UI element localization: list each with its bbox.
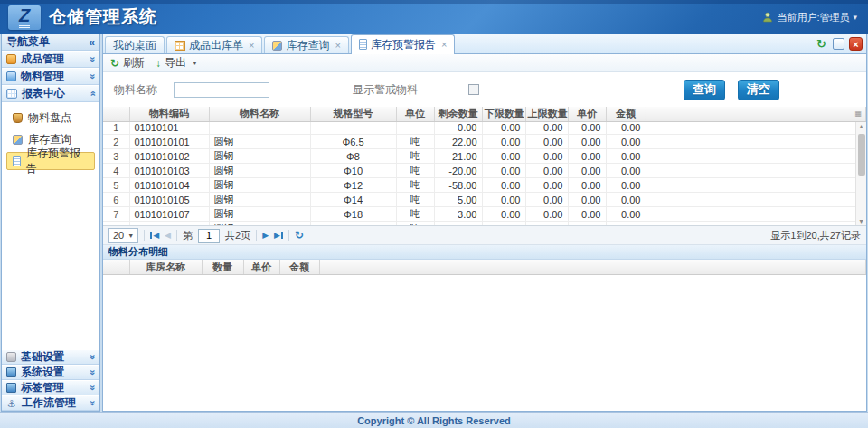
col-amount[interactable]: 金额 xyxy=(606,107,646,121)
table-row[interactable]: 30101010102圆钢Φ8吨21.000.000.000.000.00 xyxy=(103,149,866,164)
home-icon xyxy=(6,54,16,64)
action-buttons: 查询 清空 xyxy=(684,80,779,100)
clear-button[interactable]: 清空 xyxy=(738,80,779,100)
table-row[interactable]: 50101010104圆钢Φ12吨-58.000.000.000.000.00 xyxy=(103,178,866,193)
pager-first-button[interactable]: ◀ xyxy=(150,232,159,240)
tab-my-desktop[interactable]: 我的桌面 xyxy=(105,36,165,53)
col-spec[interactable]: 规格型号 xyxy=(310,107,396,121)
sidebar-group-basic-settings[interactable]: 基础设置 » xyxy=(2,349,99,365)
app-title: 仓储管理系统 xyxy=(49,5,157,29)
inventory-grid: 物料编码 物料名称 规格型号 单位 剩余数量 下限数量 上限数量 单价 金额 ▦ xyxy=(103,107,866,226)
grid-body: 1010101010.000.000.000.000.00 2010101010… xyxy=(103,122,866,227)
caret-down-icon: ▼ xyxy=(127,233,134,239)
caret-down-icon: ▼ xyxy=(192,60,198,66)
pager-info: 显示1到20,共27记录 xyxy=(770,229,861,243)
tab-bar: 我的桌面 成品出库单 × 库存查询 × 库存预警报告 × xyxy=(102,34,867,54)
pager-refresh-icon[interactable]: ↻ xyxy=(295,230,304,241)
table-row[interactable]: 70101010107圆钢Φ18吨3.000.000.000.000.00 xyxy=(103,207,866,222)
sidebar-group-system-settings[interactable]: 系统设置 » xyxy=(2,365,99,380)
scroll-up-icon[interactable]: ▴ xyxy=(859,122,863,130)
picture-icon xyxy=(6,71,16,81)
sidebar-item-material-count[interactable]: 物料盘点 xyxy=(6,109,95,127)
book-icon xyxy=(6,352,16,362)
col-unit[interactable]: 单位 xyxy=(396,107,434,121)
item-label: 库存查询 xyxy=(28,132,71,147)
current-user-menu[interactable]: 当前用户:管理员 ▾ xyxy=(762,11,857,24)
export-button[interactable]: ↓ 导出 ▼ xyxy=(156,55,198,71)
col-filler: ▦ xyxy=(646,107,866,121)
show-warning-checkbox[interactable] xyxy=(468,84,479,95)
pager-next-button[interactable]: ▶ xyxy=(262,232,269,240)
search-form: 物料名称 显示警戒物料 查询 清空 xyxy=(103,72,866,107)
col-material-name[interactable]: 物料名称 xyxy=(209,107,310,121)
main-area: 我的桌面 成品出库单 × 库存查询 × 库存预警报告 × xyxy=(102,34,867,412)
app-logo: Z xyxy=(8,5,41,30)
close-window-icon[interactable]: × xyxy=(849,37,863,51)
close-tab-icon[interactable]: × xyxy=(441,40,447,50)
app-footer: Copyright © All Rights Reserved xyxy=(0,412,868,428)
tab-label: 库存查询 xyxy=(286,38,329,53)
page-number-input[interactable] xyxy=(198,229,220,243)
detail-col-warehouse[interactable]: 库房名称 xyxy=(129,260,202,275)
table-row[interactable]: 40101010103圆钢Φ10吨-20.000.000.000.000.00 xyxy=(103,164,866,178)
detail-col-amount[interactable]: 金额 xyxy=(279,260,319,275)
detail-col-filler xyxy=(319,260,866,275)
chevron-double-down-icon: » xyxy=(87,385,97,390)
collapse-sidebar-icon[interactable]: « xyxy=(89,36,95,49)
chevron-double-down-icon: » xyxy=(87,369,97,375)
report-panel: ↻ 刷新 ↓ 导出 ▼ 物料名称 显示警戒物料 查询 xyxy=(102,54,867,412)
inventory-table: 物料编码 物料名称 规格型号 单位 剩余数量 下限数量 上限数量 单价 金额 ▦ xyxy=(103,107,866,122)
tab-inventory-warning-report[interactable]: 库存预警报告 × xyxy=(351,34,455,54)
refresh-button[interactable]: ↻ 刷新 xyxy=(110,55,145,71)
chevron-double-up-icon: » xyxy=(87,90,97,96)
logo-text: Z xyxy=(19,6,30,28)
maximize-icon[interactable] xyxy=(833,38,844,50)
close-tab-icon[interactable]: × xyxy=(249,41,254,51)
basket-icon xyxy=(13,113,23,123)
tab-label: 库存预警报告 xyxy=(371,37,436,52)
scroll-down-icon[interactable]: ▾ xyxy=(859,217,863,225)
page-size-value: 20 xyxy=(113,230,124,241)
scrollbar-thumb[interactable] xyxy=(858,134,865,176)
inventory-query-icon xyxy=(13,135,23,145)
detail-section-title: 物料分布明细 xyxy=(103,245,866,260)
table-row[interactable]: 80101010108圆钢Φ19吨1.000.000.000.000.00 xyxy=(103,222,866,227)
col-lower-limit[interactable]: 下限数量 xyxy=(482,107,525,121)
group-label: 报表中心 xyxy=(22,86,65,101)
chevron-double-down-icon: » xyxy=(87,73,97,79)
pager-prev-button[interactable]: ◀ xyxy=(165,232,171,240)
page-size-select[interactable]: 20 ▼ xyxy=(108,228,138,243)
sidebar-group-reports[interactable]: 报表中心 » xyxy=(2,85,99,102)
tab-label: 我的桌面 xyxy=(113,38,156,53)
table-row[interactable]: 1010101010.000.000.000.000.00 xyxy=(103,122,866,135)
reports-submenu: 物料盘点 库存查询 库存预警报告 xyxy=(2,102,99,174)
group-label: 标签管理 xyxy=(21,380,64,395)
col-unit-price[interactable]: 单价 xyxy=(568,107,606,121)
tab-inventory-query[interactable]: 库存查询 × xyxy=(264,36,348,53)
outbound-order-icon xyxy=(175,41,185,51)
tab-outbound-order[interactable]: 成品出库单 × xyxy=(166,36,262,53)
sidebar-group-workflow[interactable]: ⚓ 工作流管理 » xyxy=(2,395,99,411)
vertical-scrollbar[interactable]: ▴ ▾ xyxy=(855,122,866,225)
monitor-icon xyxy=(6,383,16,393)
close-tab-icon[interactable]: × xyxy=(335,41,340,51)
sidebar-group-finished-goods[interactable]: 成品管理 » xyxy=(2,51,99,68)
detail-col-price[interactable]: 单价 xyxy=(243,260,279,275)
col-upper-limit[interactable]: 上限数量 xyxy=(525,107,568,121)
sidebar-group-label-management[interactable]: 标签管理 » xyxy=(2,380,99,395)
detail-col-quantity[interactable]: 数量 xyxy=(202,260,243,275)
col-material-code[interactable]: 物料编码 xyxy=(129,107,209,121)
col-remaining[interactable]: 剩余数量 xyxy=(434,107,482,121)
refresh-tab-icon[interactable]: ↻ xyxy=(815,37,828,51)
sidebar-item-inventory-warning-report[interactable]: 库存预警报告 xyxy=(6,152,95,170)
table-row[interactable]: 60101010105圆钢Φ14吨5.000.000.000.000.00 xyxy=(103,193,866,207)
query-button[interactable]: 查询 xyxy=(684,80,725,100)
detail-empty-body xyxy=(103,275,866,411)
detail-table-header: 库房名称 数量 单价 金额 xyxy=(103,260,866,275)
material-name-input[interactable] xyxy=(174,82,269,98)
table-row[interactable]: 20101010101圆钢Φ6.5吨22.000.000.000.000.00 xyxy=(103,135,866,149)
pager-last-button[interactable]: ▶ xyxy=(274,232,283,240)
page-prefix-label: 第 xyxy=(183,229,193,243)
divider xyxy=(144,230,145,241)
sidebar-group-materials[interactable]: 物料管理 » xyxy=(2,68,99,85)
